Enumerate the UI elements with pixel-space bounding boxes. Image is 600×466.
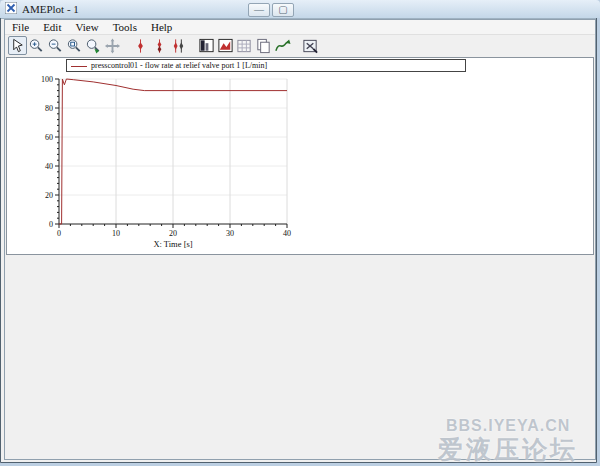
copy-icon[interactable] [254,36,273,55]
grid-layout-icon[interactable] [235,36,254,55]
move-icon[interactable] [103,36,122,55]
zoom-out-icon[interactable] [46,36,65,55]
ameplot-window: AMEPlot - 1 — ▢ FileEditViewToolsHelp 01… [0,0,302,267]
select-cursor-icon[interactable] [8,36,27,55]
menu-view[interactable]: View [68,21,105,33]
plot-statusbar [5,255,595,264]
svg-text:0: 0 [49,220,53,229]
plot-update-icon[interactable] [216,36,235,55]
svg-text:30: 30 [226,229,234,238]
plot-toolbar [5,35,595,56]
ameplot-client: FileEditViewToolsHelp 010203040020406080… [4,19,596,460]
svg-text:100: 100 [41,75,53,84]
svg-text:20: 20 [169,229,177,238]
menu-file[interactable]: File [5,21,36,33]
maximize-button[interactable]: ▢ [272,3,294,17]
plot-area[interactable]: 010203040020406080100X: Time [s] pressco… [6,57,594,255]
svg-text:80: 80 [45,104,53,113]
minimize-button[interactable]: — [248,3,270,17]
zoom-window-icon[interactable] [65,36,84,55]
zoom-full-icon[interactable] [84,36,103,55]
plot-menubar: FileEditViewToolsHelp [5,20,595,35]
svg-text:40: 40 [283,229,291,238]
svg-text:40: 40 [45,162,53,171]
cursor-marker-icon[interactable] [131,36,150,55]
svg-text:60: 60 [45,133,53,142]
export-icon[interactable] [301,36,320,55]
multi-marker-icon[interactable] [169,36,188,55]
plot-canvas[interactable]: 010203040020406080100X: Time [s] [7,58,299,255]
legend-text: presscontrol01 - flow rate at relief val… [91,61,267,70]
svg-text:10: 10 [112,229,120,238]
menu-edit[interactable]: Edit [36,21,68,33]
plot-manager-icon[interactable] [197,36,216,55]
zoom-in-icon[interactable] [27,36,46,55]
plot-legend[interactable]: presscontrol01 - flow rate at relief val… [66,59,466,72]
curve-edit-icon[interactable] [273,36,292,55]
screen: Variable List ? ✕ Submodel 2 1 [0,0,600,466]
ameplot-titlebar[interactable]: AMEPlot - 1 [0,0,600,18]
svg-text:20: 20 [45,191,53,200]
ameplot-icon [5,2,17,16]
svg-text:0: 0 [57,229,61,238]
legend-line-sample [71,66,87,67]
two-cursor-marker-icon[interactable] [150,36,169,55]
svg-text:X: Time [s]: X: Time [s] [153,239,192,249]
menu-tools[interactable]: Tools [106,21,144,33]
menu-help[interactable]: Help [144,21,179,33]
ameplot-window-title: AMEPlot - 1 [22,3,79,15]
